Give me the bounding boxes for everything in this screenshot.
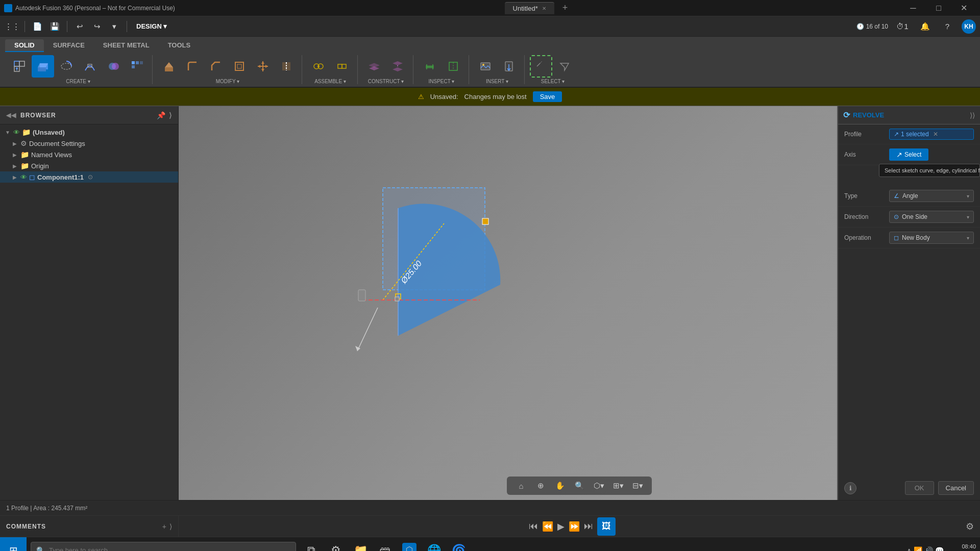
active-tab[interactable]: Untitled* ✕ xyxy=(505,2,554,14)
toggle-named-views[interactable]: ▶ xyxy=(11,152,18,158)
new-component-btn[interactable] xyxy=(8,55,31,78)
titlebar-center: Untitled* ✕ + xyxy=(505,2,572,14)
save-btn[interactable]: 💾 xyxy=(46,19,63,34)
fillet-btn[interactable] xyxy=(181,55,204,78)
vis-icon-root[interactable]: 👁 xyxy=(13,129,20,136)
direction-dropdown[interactable]: ⊙ One Side ▾ xyxy=(889,211,974,223)
prev-btn[interactable]: ⏪ xyxy=(542,521,553,532)
comments-add-icon[interactable]: + xyxy=(162,522,166,531)
taskbar-edge[interactable]: 🌀 xyxy=(447,539,470,552)
info-button[interactable]: ℹ xyxy=(844,482,856,494)
cancel-button[interactable]: Cancel xyxy=(938,481,974,495)
undo-btn[interactable]: ↩ xyxy=(71,19,88,34)
tree-item-origin[interactable]: ▶ 📁 Origin xyxy=(0,160,178,171)
apps-btn[interactable]: ⋮⋮ xyxy=(4,19,20,34)
select-filter-btn[interactable] xyxy=(553,55,576,78)
search-area[interactable]: 🔍 xyxy=(31,542,296,552)
tab-sheet-metal[interactable]: SHEET METAL xyxy=(94,39,159,52)
tree-item-doc-settings[interactable]: ▶ ⚙ Document Settings xyxy=(0,138,178,149)
sweep-btn[interactable] xyxy=(79,55,101,78)
sidebar-pin-icon[interactable]: 📌 xyxy=(157,111,166,119)
move-btn[interactable] xyxy=(252,55,274,78)
taskbar-task-view[interactable]: ⧉ xyxy=(300,539,323,552)
import-btn[interactable] xyxy=(498,55,520,78)
extrude-btn[interactable] xyxy=(32,55,54,78)
tab-tools[interactable]: TOOLS xyxy=(159,39,200,52)
viewport[interactable]: FRONT Z xyxy=(179,106,980,500)
type-dropdown[interactable]: ∠ Angle ▾ xyxy=(889,190,974,202)
profile-clear-btn[interactable]: ✕ xyxy=(933,131,938,138)
ok-button[interactable]: OK xyxy=(905,481,934,495)
clock-display[interactable]: 08:40 05/06/2021 xyxy=(948,543,976,551)
tree-item-root[interactable]: ▼ 👁 📁 (Unsaved) xyxy=(0,127,178,138)
tab-solid[interactable]: SOLID xyxy=(5,39,44,52)
toggle-origin[interactable]: ▶ xyxy=(11,163,18,169)
close-btn[interactable]: ✕ xyxy=(952,0,976,16)
save-button[interactable]: Save xyxy=(533,91,562,102)
tab-surface[interactable]: SURFACE xyxy=(44,39,94,52)
taskbar-fusion[interactable]: ⬡ xyxy=(398,539,421,552)
tree-item-component1[interactable]: ▶ 👁 ◻ Component1:1 ⊙ xyxy=(0,171,178,183)
axis-select-btn[interactable]: ↗ Select xyxy=(889,148,928,161)
new-tab-btn[interactable]: + xyxy=(558,3,572,13)
play-btn[interactable]: ▶ xyxy=(557,521,565,532)
measure-btn[interactable] xyxy=(419,55,441,78)
taskbar-files[interactable]: 🗃 xyxy=(374,539,396,552)
revolve-expand-btn[interactable]: ⟩⟩ xyxy=(970,111,975,119)
chamfer-btn[interactable] xyxy=(205,55,227,78)
view-zoom-btn[interactable]: 🔍 xyxy=(571,479,587,493)
shell-btn[interactable] xyxy=(228,55,251,78)
taskbar-chrome[interactable]: 🌐 xyxy=(423,539,445,552)
redo-arrow[interactable]: ▾ xyxy=(106,19,122,34)
operation-dropdown[interactable]: ◻ New Body ▾ xyxy=(889,232,974,244)
user-avatar[interactable]: KH xyxy=(962,19,976,34)
offset-plane-btn[interactable] xyxy=(363,55,385,78)
pattern-btn[interactable] xyxy=(126,55,148,78)
sidebar-collapse-icon[interactable]: ◀◀ xyxy=(6,112,16,119)
view-more-btn[interactable]: ⊟▾ xyxy=(629,479,646,493)
taskbar-settings[interactable]: ⚙ xyxy=(325,539,347,552)
design-dropdown[interactable]: DESIGN ▾ xyxy=(131,19,172,34)
sidebar-expand-icon[interactable]: ⟩ xyxy=(169,111,172,119)
pushpull-btn[interactable] xyxy=(158,55,180,78)
revolve-btn[interactable] xyxy=(55,55,78,78)
selection-box-btn[interactable] xyxy=(530,55,552,78)
combine-btn[interactable] xyxy=(102,55,125,78)
tab-close-btn[interactable]: ✕ xyxy=(542,6,546,11)
toggle-component1[interactable]: ▶ xyxy=(11,174,18,180)
view-home-btn[interactable]: ⌂ xyxy=(513,479,529,493)
vis-icon-comp[interactable]: 👁 xyxy=(20,173,27,181)
timeline-settings-icon[interactable]: ⚙ xyxy=(966,521,974,532)
skip-back-btn[interactable]: ⏮ xyxy=(529,521,538,532)
maximize-btn[interactable]: □ xyxy=(927,0,950,16)
toggle-root[interactable]: ▼ xyxy=(4,130,11,135)
view-display-btn[interactable]: ⬡▾ xyxy=(591,479,607,493)
view-pan-btn[interactable]: ✋ xyxy=(552,479,568,493)
search-input[interactable] xyxy=(49,546,290,551)
joint-btn[interactable] xyxy=(307,55,330,78)
bell-btn[interactable]: 🔔 xyxy=(917,19,933,34)
asbuilt-joint-btn[interactable] xyxy=(331,55,353,78)
help-btn[interactable]: ? xyxy=(939,19,955,34)
file-btn[interactable]: 📄 xyxy=(29,19,45,34)
timer-btn[interactable]: ⏱ 1 xyxy=(894,19,911,34)
view-orbit-btn[interactable]: ⊕ xyxy=(532,479,549,493)
view-grid-btn[interactable]: ⊞▾ xyxy=(610,479,626,493)
midplane-btn[interactable] xyxy=(386,55,409,78)
tray-volume[interactable]: 🔊 xyxy=(924,546,933,552)
section-analysis-btn[interactable] xyxy=(442,55,464,78)
tree-item-named-views[interactable]: ▶ 📁 Named Views xyxy=(0,149,178,160)
insert-image-btn[interactable] xyxy=(474,55,497,78)
split-btn[interactable] xyxy=(275,55,298,78)
next-btn[interactable]: ⏩ xyxy=(569,521,580,532)
taskbar-folder[interactable]: 📁 xyxy=(349,539,372,552)
tray-msg[interactable]: 💬 xyxy=(935,546,944,552)
comments-expand-icon[interactable]: ⟩ xyxy=(169,522,172,531)
redo-btn[interactable]: ↪ xyxy=(89,19,105,34)
toggle-doc-settings[interactable]: ▶ xyxy=(11,141,18,146)
start-button[interactable]: ⊞ xyxy=(0,537,27,552)
skip-fwd-btn[interactable]: ⏭ xyxy=(584,521,593,532)
tray-up-arrow[interactable]: ∧ xyxy=(906,546,912,552)
minimize-btn[interactable]: ─ xyxy=(901,0,925,16)
timeline-thumb[interactable]: 🖼 xyxy=(597,517,616,536)
